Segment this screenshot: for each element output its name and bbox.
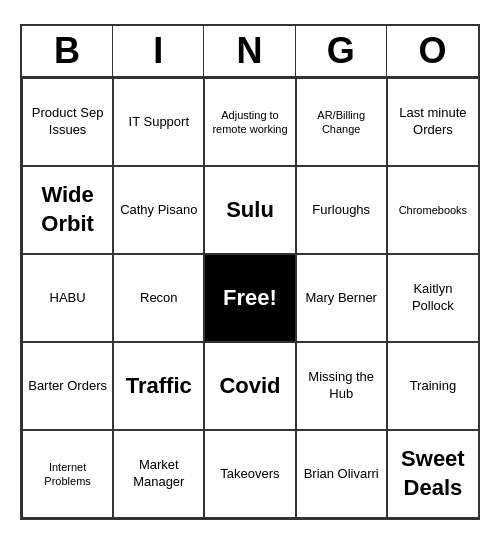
bingo-cell-11: Recon bbox=[113, 254, 204, 342]
bingo-cell-5: Wide Orbit bbox=[22, 166, 113, 254]
bingo-cell-21: Market Manager bbox=[113, 430, 204, 518]
bingo-grid: Product Sep IssuesIT SupportAdjusting to… bbox=[22, 78, 478, 518]
bingo-cell-8: Furloughs bbox=[296, 166, 387, 254]
bingo-letter-b: B bbox=[22, 26, 113, 76]
bingo-letter-n: N bbox=[204, 26, 295, 76]
bingo-cell-14: Kaitlyn Pollock bbox=[387, 254, 478, 342]
bingo-cell-4: Last minute Orders bbox=[387, 78, 478, 166]
bingo-cell-16: Traffic bbox=[113, 342, 204, 430]
bingo-cell-1: IT Support bbox=[113, 78, 204, 166]
bingo-header: BINGO bbox=[22, 26, 478, 78]
bingo-cell-18: Missing the Hub bbox=[296, 342, 387, 430]
bingo-cell-6: Cathy Pisano bbox=[113, 166, 204, 254]
bingo-cell-10: HABU bbox=[22, 254, 113, 342]
bingo-cell-17: Covid bbox=[204, 342, 295, 430]
bingo-cell-23: Brian Olivarri bbox=[296, 430, 387, 518]
bingo-letter-g: G bbox=[296, 26, 387, 76]
bingo-cell-3: AR/Billing Change bbox=[296, 78, 387, 166]
bingo-cell-12: Free! bbox=[204, 254, 295, 342]
bingo-card: BINGO Product Sep IssuesIT SupportAdjust… bbox=[20, 24, 480, 520]
bingo-cell-24: Sweet Deals bbox=[387, 430, 478, 518]
bingo-cell-20: Internet Problems bbox=[22, 430, 113, 518]
bingo-cell-19: Training bbox=[387, 342, 478, 430]
bingo-letter-i: I bbox=[113, 26, 204, 76]
bingo-cell-2: Adjusting to remote working bbox=[204, 78, 295, 166]
bingo-cell-15: Barter Orders bbox=[22, 342, 113, 430]
bingo-cell-13: Mary Berner bbox=[296, 254, 387, 342]
bingo-letter-o: O bbox=[387, 26, 478, 76]
bingo-cell-7: Sulu bbox=[204, 166, 295, 254]
bingo-cell-22: Takeovers bbox=[204, 430, 295, 518]
bingo-cell-0: Product Sep Issues bbox=[22, 78, 113, 166]
bingo-cell-9: Chromebooks bbox=[387, 166, 478, 254]
